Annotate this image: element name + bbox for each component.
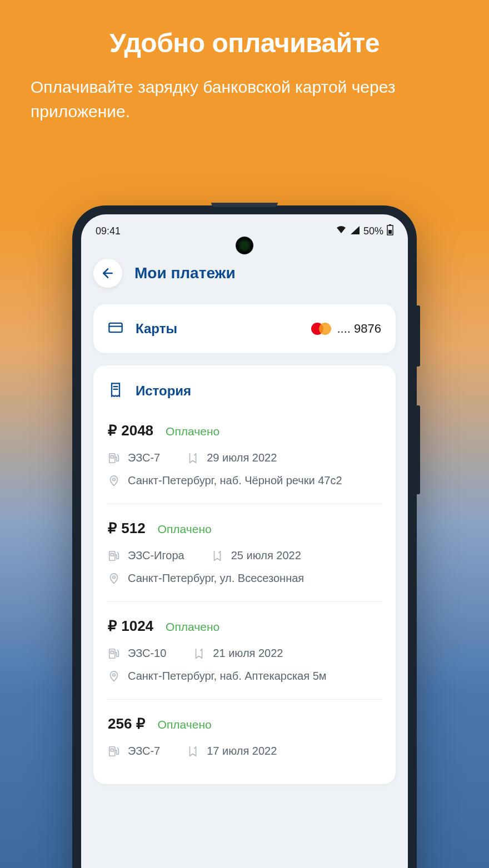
payment-date: 17 июля 2022	[207, 745, 277, 757]
page-title: Мои платежи	[134, 264, 236, 282]
card-icon	[108, 320, 123, 338]
payment-address: Санкт-Петербург, наб. Аптекарская 5м	[128, 670, 327, 683]
history-label: История	[136, 383, 191, 399]
payment-date: 29 июля 2022	[207, 451, 277, 464]
promo-subtitle: Оплачивайте зарядку банковской картой че…	[0, 58, 489, 123]
wifi-icon	[336, 225, 347, 237]
phone-side-button	[417, 305, 420, 367]
station-icon	[108, 452, 120, 464]
phone-side-button	[417, 405, 420, 494]
card-info: .... 9876	[311, 322, 381, 336]
payment-amount: ₽ 2048	[108, 422, 153, 439]
station-name: ЭЗС-10	[128, 647, 166, 660]
payment-status: Оплачено	[158, 718, 212, 731]
svg-point-10	[113, 575, 116, 578]
payment-amount: ₽ 1024	[108, 618, 153, 635]
station-name: ЭЗС-7	[128, 451, 160, 464]
date-icon	[211, 550, 223, 562]
payment-status: Оплачено	[166, 620, 219, 634]
location-icon	[108, 670, 120, 683]
date-icon	[187, 452, 199, 464]
signal-icon	[350, 225, 360, 237]
station-name: ЭЗС-Игора	[128, 549, 184, 562]
history-item[interactable]: 256 ₽ОплаченоЭЗС-717 июля 2022	[108, 715, 381, 757]
history-item[interactable]: ₽ 1024ОплаченоЭЗС-1021 июля 2022Санкт-Пе…	[108, 618, 381, 700]
payment-date: 21 июля 2022	[213, 647, 283, 660]
receipt-icon	[108, 382, 123, 400]
payment-date: 25 июля 2022	[231, 549, 301, 562]
promo-title: Удобно оплачивайте	[0, 0, 489, 58]
payment-status: Оплачено	[166, 425, 219, 438]
payment-status: Оплачено	[158, 523, 212, 536]
cards-section[interactable]: Карты .... 9876	[93, 304, 396, 353]
battery-pct: 50%	[363, 225, 383, 237]
battery-icon	[387, 224, 393, 238]
payment-amount: 256 ₽	[108, 715, 146, 732]
history-item[interactable]: ₽ 2048ОплаченоЭЗС-729 июля 2022Санкт-Пет…	[108, 422, 381, 504]
svg-rect-2	[388, 230, 392, 234]
back-button[interactable]	[93, 259, 122, 288]
phone-frame: 09:41 50% Мои платежи	[72, 205, 417, 868]
location-icon	[108, 475, 120, 487]
phone-screen: 09:41 50% Мои платежи	[81, 214, 408, 868]
location-icon	[108, 573, 120, 585]
svg-point-12	[113, 673, 116, 676]
phone-camera	[236, 237, 253, 254]
cards-label: Карты	[136, 321, 299, 337]
payment-address: Санкт-Петербург, ул. Всесезонная	[128, 572, 304, 585]
history-item[interactable]: ₽ 512ОплаченоЭЗС-Игора25 июля 2022Санкт-…	[108, 520, 381, 602]
station-icon	[108, 648, 120, 660]
history-header: История	[108, 382, 381, 400]
station-icon	[108, 550, 120, 562]
card-masked-number: .... 9876	[337, 322, 381, 336]
payment-address: Санкт-Петербург, наб. Чёрной речки 47с2	[128, 474, 342, 487]
status-right: 50%	[336, 224, 393, 238]
svg-rect-3	[109, 323, 122, 332]
station-name: ЭЗС-7	[128, 745, 160, 757]
mastercard-icon	[311, 323, 331, 335]
date-icon	[187, 745, 199, 757]
svg-point-8	[113, 478, 116, 480]
status-time: 09:41	[96, 225, 121, 237]
station-icon	[108, 745, 120, 757]
history-section: История ₽ 2048ОплаченоЭЗС-729 июля 2022С…	[93, 365, 396, 784]
payment-amount: ₽ 512	[108, 520, 146, 537]
date-icon	[193, 648, 205, 660]
